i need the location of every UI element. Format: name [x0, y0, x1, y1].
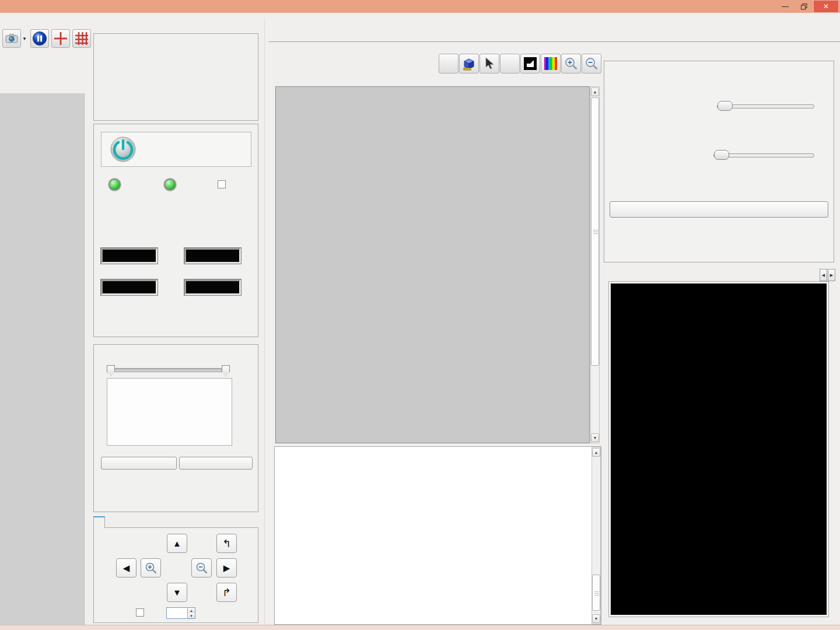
- scroll-down-icon[interactable]: ▼: [592, 614, 600, 623]
- histogram-range-slider[interactable]: [107, 368, 229, 372]
- void-detection-panel: [604, 61, 834, 262]
- turn-up-left-button[interactable]: ↰: [216, 534, 237, 553]
- quick-toolbar: ▼: [2, 29, 91, 48]
- crosshair-button[interactable]: [51, 29, 70, 48]
- main-tab-bar: [269, 29, 840, 42]
- down-arrow-icon: ▼: [173, 587, 181, 597]
- invert-button[interactable]: [520, 54, 540, 74]
- zoom-in-icon: [564, 57, 578, 71]
- crosshair-icon: [54, 32, 68, 46]
- tab-scroll-right-icon[interactable]: ▶: [828, 269, 835, 281]
- minimize-button[interactable]: —: [776, 0, 794, 13]
- ball-3d-view[interactable]: [608, 281, 829, 617]
- bga-xray-image[interactable]: [275, 86, 590, 443]
- spot-size-display: [184, 279, 241, 295]
- scroll-up-icon[interactable]: ▲: [591, 88, 599, 96]
- grid-icon: [75, 32, 89, 46]
- zoom-in-icon: [145, 562, 158, 575]
- image-zoom-in-button[interactable]: [561, 54, 581, 74]
- automation-controls-tab[interactable]: [93, 516, 105, 528]
- current-display: [184, 248, 241, 264]
- xray-on-button[interactable]: [101, 132, 251, 167]
- reset-button[interactable]: [179, 457, 253, 470]
- voltage-knob[interactable]: [121, 201, 158, 239]
- camera-icon: [5, 34, 18, 43]
- restore-icon: [801, 4, 807, 10]
- move-left-button[interactable]: ◀: [116, 558, 136, 578]
- min-void-size-slider[interactable]: [717, 104, 814, 108]
- view-tab-bar: [608, 267, 819, 282]
- pause-button[interactable]: [30, 29, 49, 48]
- spinner-down-icon[interactable]: ▼: [188, 613, 195, 618]
- voltage-display: [101, 248, 158, 264]
- chevron-down-icon[interactable]: ▼: [22, 36, 27, 41]
- tab-scroll-left-icon[interactable]: ◀: [820, 269, 827, 281]
- scroll-up-icon[interactable]: ▲: [592, 448, 600, 457]
- image-histogram-panel: [93, 344, 258, 512]
- palette-icon: [544, 57, 557, 70]
- power-display: [101, 279, 158, 295]
- xray-thumbnail-strip: [0, 93, 85, 630]
- current-knob[interactable]: [199, 201, 236, 239]
- preview-box: [93, 33, 258, 121]
- histogram-range-handle-left[interactable]: [107, 365, 115, 376]
- left-arrow-icon: ◀: [123, 563, 130, 573]
- max-void-slider-handle[interactable]: [714, 150, 729, 160]
- zoom-out-icon: [195, 562, 208, 575]
- zoom-out-icon: [584, 57, 598, 71]
- table-vertical-scrollbar[interactable]: ▲ ▼: [592, 447, 601, 624]
- jog-step-spinner[interactable]: ▲▼: [166, 607, 195, 619]
- zoom-out-button[interactable]: [191, 558, 212, 578]
- automation-controls-panel: ▲ ↰ ◀ ▶ ▼ ↱ ▲▼: [93, 527, 258, 623]
- select-cursor-button[interactable]: [480, 54, 499, 74]
- max-void-area-slider[interactable]: [713, 153, 814, 158]
- jog-checkbox[interactable]: [136, 608, 144, 617]
- roi-button[interactable]: [439, 54, 459, 74]
- turn-left-arrow-icon: ↰: [222, 537, 231, 550]
- snapshot-button[interactable]: [2, 29, 21, 48]
- min-void-slider-handle[interactable]: [718, 101, 733, 111]
- auto-adjust-button[interactable]: [101, 457, 177, 470]
- cube-3d-icon: [462, 57, 476, 71]
- move-right-button[interactable]: ▶: [216, 558, 237, 578]
- spinner-up-icon[interactable]: ▲: [188, 608, 195, 613]
- invert-icon: [523, 57, 537, 71]
- image-toolbar: [439, 54, 601, 74]
- jog-step-value[interactable]: [167, 608, 187, 618]
- xray-strip-image: [0, 93, 85, 630]
- cursor-icon: [484, 57, 495, 70]
- panel-divider: [264, 18, 265, 625]
- warmup-led: [164, 178, 176, 191]
- move-up-button[interactable]: ▲: [167, 534, 187, 553]
- table-scrollbar-thumb[interactable]: [592, 575, 600, 611]
- ball-measurement-table: [274, 446, 601, 625]
- turn-right-arrow-icon: ↱: [222, 586, 231, 599]
- move-down-button[interactable]: ▼: [167, 583, 187, 602]
- turn-up-right-button[interactable]: ↱: [216, 583, 237, 602]
- titlebar: — ✕: [0, 0, 840, 13]
- pause-icon: [32, 31, 47, 46]
- right-arrow-icon: ▶: [223, 563, 230, 573]
- rmv-button[interactable]: [500, 54, 520, 74]
- palette-button[interactable]: [541, 54, 561, 74]
- restore-button[interactable]: [794, 0, 813, 13]
- up-arrow-icon: ▲: [173, 538, 181, 548]
- image-vertical-scrollbar[interactable]: ▲ ▼: [590, 86, 600, 443]
- histogram-plot: [107, 378, 232, 446]
- grid-button[interactable]: [72, 29, 91, 48]
- power-icon: [110, 136, 136, 163]
- render-3d-button[interactable]: [459, 54, 479, 74]
- generate-report-button[interactable]: [610, 201, 828, 218]
- histogram-range-handle-right[interactable]: [222, 365, 230, 376]
- status-strip: [0, 625, 840, 630]
- interlock-led: [108, 178, 121, 191]
- image-zoom-out-button[interactable]: [582, 54, 601, 74]
- zoom-in-button[interactable]: [141, 558, 161, 578]
- scroll-down-icon[interactable]: ▼: [591, 433, 599, 442]
- close-button[interactable]: ✕: [813, 0, 839, 13]
- locked-checkbox[interactable]: [218, 180, 226, 188]
- xray-control-panel: [93, 124, 258, 337]
- image-scrollbar-thumb[interactable]: [591, 97, 599, 366]
